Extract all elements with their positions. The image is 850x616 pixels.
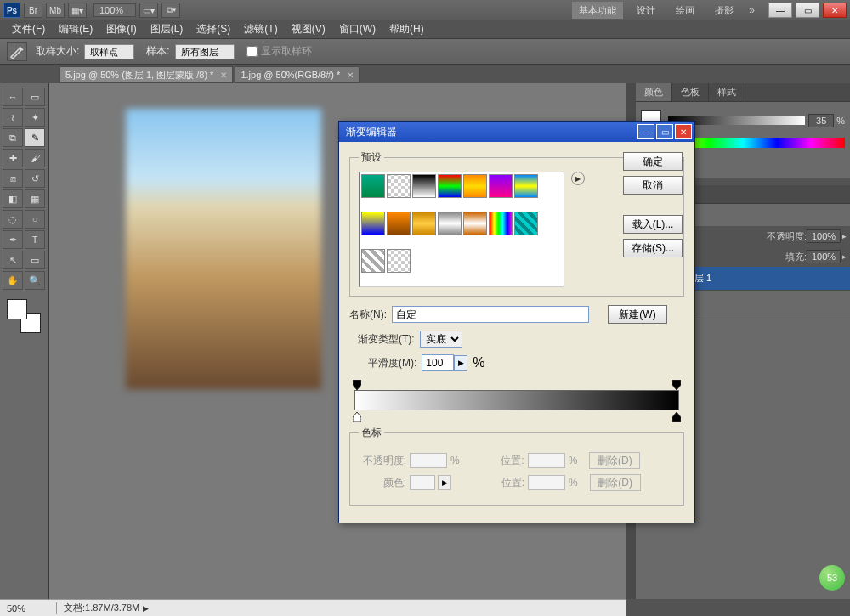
- dialog-close-button[interactable]: ✕: [675, 124, 692, 139]
- menu-view[interactable]: 视图(V): [285, 20, 332, 38]
- color-stop[interactable]: [353, 412, 361, 422]
- path-tool[interactable]: ↖: [3, 251, 23, 269]
- eyedropper-tool[interactable]: ✎: [25, 128, 45, 147]
- status-zoom[interactable]: 50%: [7, 603, 49, 613]
- swatches-tab[interactable]: 色板: [672, 83, 709, 101]
- menu-file[interactable]: 文件(F): [5, 20, 52, 38]
- menu-edit[interactable]: 编辑(E): [52, 20, 99, 38]
- preset-swatch[interactable]: [438, 174, 462, 198]
- menu-layer[interactable]: 图层(L): [144, 20, 190, 38]
- history-tool[interactable]: ↺: [25, 169, 45, 188]
- preset-swatch[interactable]: [489, 212, 513, 235]
- extras-button[interactable]: ⧉▾: [162, 3, 180, 18]
- chevron-down-icon[interactable]: ▸: [842, 252, 847, 261]
- dialog-maximize-button[interactable]: ▭: [656, 124, 673, 139]
- gradient-name-field[interactable]: [392, 306, 589, 323]
- color-tab[interactable]: 颜色: [636, 83, 672, 101]
- menu-image[interactable]: 图像(I): [99, 20, 143, 38]
- minibridge-button[interactable]: Mb: [46, 3, 65, 18]
- fill-field[interactable]: 100%: [807, 250, 841, 263]
- preset-swatch[interactable]: [463, 212, 487, 235]
- show-ring-checkbox[interactable]: 显示取样环: [246, 44, 312, 59]
- screen-mode-button[interactable]: ▭▾: [139, 3, 158, 18]
- chevron-right-icon[interactable]: ▶: [143, 604, 149, 613]
- save-button[interactable]: 存储(S)...: [623, 239, 683, 257]
- zoom-select[interactable]: 100%: [94, 3, 136, 17]
- crop-tool[interactable]: ⧉: [3, 128, 23, 147]
- preset-swatch[interactable]: [361, 212, 385, 235]
- preset-swatch[interactable]: [412, 174, 436, 198]
- menu-select[interactable]: 选择(S): [190, 20, 237, 38]
- dodge-tool[interactable]: ○: [25, 210, 45, 229]
- blur-tool[interactable]: ◌: [3, 210, 23, 229]
- preset-swatch[interactable]: [514, 212, 538, 235]
- menu-window[interactable]: 窗口(W): [332, 20, 382, 38]
- minimize-button[interactable]: —: [768, 3, 792, 18]
- canvas-document[interactable]: [126, 109, 321, 389]
- opacity-field[interactable]: 100%: [807, 229, 841, 243]
- preset-swatches[interactable]: [359, 172, 564, 287]
- new-button[interactable]: 新建(W): [608, 305, 667, 324]
- maximize-button[interactable]: ▭: [796, 3, 819, 18]
- workspace-essentials[interactable]: 基本功能: [572, 2, 623, 19]
- opacity-stop[interactable]: [353, 380, 361, 390]
- opacity-stop[interactable]: [672, 380, 681, 390]
- foreground-color[interactable]: [7, 299, 27, 319]
- more-icon[interactable]: »: [749, 4, 755, 16]
- styles-tab[interactable]: 样式: [709, 83, 745, 101]
- gradient-type-select[interactable]: 实底: [420, 331, 462, 348]
- load-button[interactable]: 载入(L)...: [623, 215, 683, 234]
- close-icon[interactable]: ✕: [220, 71, 227, 80]
- wand-tool[interactable]: ✦: [25, 108, 45, 127]
- color-stop[interactable]: [672, 412, 681, 422]
- pen-tool[interactable]: ✒: [3, 230, 23, 249]
- lasso-tool[interactable]: ≀: [3, 108, 23, 127]
- menu-help[interactable]: 帮助(H): [382, 20, 431, 38]
- menu-filter[interactable]: 滤镜(T): [237, 20, 284, 38]
- preset-swatch[interactable]: [463, 174, 487, 198]
- cancel-button[interactable]: 取消: [623, 176, 683, 195]
- marquee-tool[interactable]: ▭: [25, 88, 45, 106]
- gradient-bar[interactable]: [349, 378, 684, 426]
- preset-swatch[interactable]: [412, 212, 436, 235]
- bridge-button[interactable]: Br: [24, 3, 42, 18]
- workspace-design[interactable]: 设计: [630, 2, 662, 19]
- sample-select[interactable]: 所有图层: [175, 44, 235, 59]
- close-icon[interactable]: ✕: [347, 71, 354, 80]
- preset-swatch[interactable]: [361, 249, 385, 273]
- dialog-minimize-button[interactable]: —: [638, 124, 654, 139]
- arrange-docs-button[interactable]: ▦▾: [68, 3, 87, 18]
- eraser-tool[interactable]: ◧: [3, 189, 23, 208]
- workspace-paint[interactable]: 绘画: [669, 2, 701, 19]
- type-tool[interactable]: T: [25, 230, 45, 249]
- color-value[interactable]: 35: [808, 114, 834, 127]
- workspace-photo[interactable]: 摄影: [708, 2, 740, 19]
- sample-size-select[interactable]: 取样点: [84, 44, 134, 59]
- ok-button[interactable]: 确定: [623, 152, 683, 171]
- preset-swatch[interactable]: [514, 174, 538, 198]
- fg-bg-swatches[interactable]: [7, 299, 41, 333]
- gradient-tool[interactable]: ▦: [25, 189, 45, 208]
- preset-swatch[interactable]: [387, 249, 411, 273]
- shape-tool[interactable]: ▭: [25, 251, 45, 269]
- preset-swatch[interactable]: [361, 174, 385, 198]
- preset-menu-button[interactable]: ▶: [571, 172, 585, 185]
- brush-tool[interactable]: 🖌: [25, 149, 45, 167]
- badge[interactable]: 53: [819, 565, 845, 591]
- chevron-down-icon[interactable]: ▸: [842, 232, 847, 240]
- preset-swatch[interactable]: [387, 212, 411, 235]
- preset-swatch[interactable]: [489, 174, 513, 198]
- preset-swatch[interactable]: [387, 174, 411, 198]
- dialog-titlebar[interactable]: 渐变编辑器 — ▭ ✕: [339, 122, 694, 142]
- hand-tool[interactable]: ✋: [3, 271, 23, 290]
- close-button[interactable]: ✕: [823, 3, 847, 18]
- doc-tab-1[interactable]: 5.jpg @ 50% (图层 1, 图层蒙版 /8) *✕: [60, 66, 233, 83]
- preset-swatch[interactable]: [438, 212, 462, 235]
- move-tool[interactable]: ↔: [3, 88, 23, 106]
- doc-tab-2[interactable]: 1.jpg @ 50%(RGB/8#) *✕: [235, 66, 360, 83]
- heal-tool[interactable]: ✚: [3, 149, 23, 167]
- zoom-tool[interactable]: 🔍: [25, 271, 45, 290]
- chevron-right-icon[interactable]: ▶: [454, 355, 468, 371]
- smoothness-field[interactable]: [422, 354, 454, 371]
- stamp-tool[interactable]: ⧇: [3, 169, 23, 188]
